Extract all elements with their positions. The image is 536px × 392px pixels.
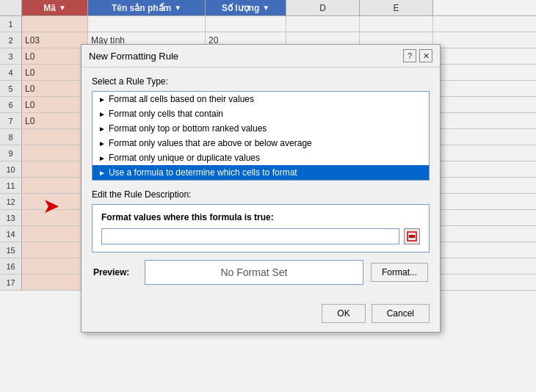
rule-item-formula[interactable]: ► Use a formula to determine which cells…: [93, 165, 429, 180]
dialog-footer: OK Cancel: [82, 304, 440, 332]
dialog-overlay: New Formatting Rule ? ✕ Select a Rule Ty…: [0, 0, 536, 392]
ok-button[interactable]: OK: [322, 304, 365, 323]
rule-item-unique-dup[interactable]: ► Format only unique or duplicate values: [93, 150, 429, 165]
new-formatting-rule-dialog: New Formatting Rule ? ✕ Select a Rule Ty…: [81, 44, 441, 333]
rule-item-above-below[interactable]: ► Format only values that are above or b…: [93, 136, 429, 150]
formula-section-title: Format values where this formula is true…: [101, 212, 420, 222]
dialog-titlebar: New Formatting Rule ? ✕: [82, 45, 440, 68]
edit-section: Format values where this formula is true…: [92, 204, 430, 253]
rule-arrow-icon: ►: [98, 139, 106, 148]
rule-item-values-label: Format all cells based on their values: [109, 94, 254, 104]
no-format-text: No Format Set: [220, 266, 287, 278]
preview-row: Preview: No Format Set Format...: [92, 260, 430, 285]
svg-rect-1: [409, 235, 415, 238]
rule-arrow-icon: ►: [98, 110, 106, 118]
dialog-content: Select a Rule Type: ► Format all cells b…: [82, 68, 440, 304]
dialog-help-button[interactable]: ?: [403, 49, 416, 62]
formula-collapse-button[interactable]: [404, 228, 420, 244]
rule-item-top-bottom[interactable]: ► Format only top or bottom ranked value…: [93, 121, 429, 136]
title-buttons: ? ✕: [403, 49, 432, 62]
cancel-button[interactable]: Cancel: [372, 304, 430, 323]
rule-item-values[interactable]: ► Format all cells based on their values: [93, 92, 429, 106]
rule-item-unique-dup-label: Format only unique or duplicate values: [109, 153, 260, 163]
rule-item-formula-label: Use a formula to determine which cells t…: [109, 167, 297, 178]
formula-input[interactable]: [101, 228, 399, 244]
preview-box: No Format Set: [145, 260, 363, 285]
preview-label: Preview:: [93, 267, 145, 277]
rule-item-contain-label: Format only cells that contain: [109, 109, 223, 119]
formula-row: [101, 228, 420, 244]
collapse-icon: [407, 231, 417, 242]
format-button[interactable]: Format...: [371, 263, 428, 282]
dialog-close-button[interactable]: ✕: [419, 49, 432, 62]
edit-rule-description-label: Edit the Rule Description:: [92, 189, 430, 200]
rule-item-top-bottom-label: Format only top or bottom ranked values: [109, 123, 267, 134]
rule-item-above-below-label: Format only values that are above or bel…: [109, 138, 312, 148]
rule-arrow-icon: ►: [98, 169, 106, 177]
rule-item-contain[interactable]: ► Format only cells that contain: [93, 106, 429, 121]
rule-type-list: ► Format all cells based on their values…: [92, 91, 430, 181]
rule-arrow-icon: ►: [98, 125, 106, 133]
select-rule-type-label: Select a Rule Type:: [92, 76, 430, 87]
dialog-title: New Formatting Rule: [89, 51, 178, 62]
rule-arrow-icon: ►: [98, 154, 106, 162]
rule-arrow-icon: ►: [98, 95, 106, 104]
